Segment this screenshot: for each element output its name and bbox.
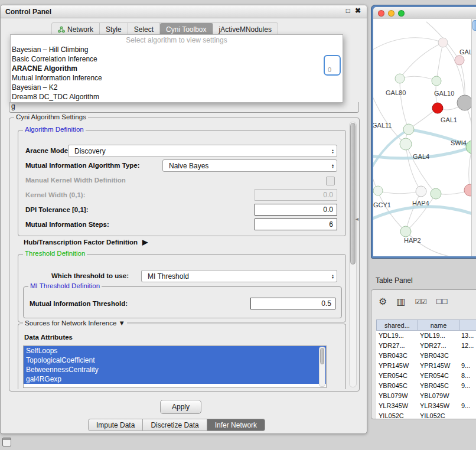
which-threshold-select[interactable]: MI Threshold ▴▾ xyxy=(141,270,337,282)
expand-right-icon[interactable]: ▶ xyxy=(142,238,148,246)
gear-icon[interactable]: ⚙ xyxy=(379,296,387,307)
network-window-titlebar[interactable] xyxy=(373,7,476,19)
network-node[interactable] xyxy=(400,138,412,150)
network-node[interactable] xyxy=(400,226,411,237)
network-node-label: GAL11 xyxy=(373,122,392,129)
dpi-tolerance-field[interactable]: 0.0 xyxy=(255,204,337,216)
tab-label: Select xyxy=(134,25,154,34)
network-node[interactable] xyxy=(395,74,405,83)
table-row[interactable]: YBR045CYBR045C9... xyxy=(376,381,476,391)
bottom-tab-discretize-data[interactable]: Discretize Data xyxy=(143,419,207,431)
tab-label: jActiveMNodules xyxy=(219,25,272,34)
panel-collapse-icon[interactable]: ◂ xyxy=(356,216,358,222)
table-header-row: shared...name xyxy=(376,319,476,331)
table-row[interactable]: YPR145WYPR145W9... xyxy=(376,361,476,371)
network-node[interactable] xyxy=(432,103,443,113)
network-node[interactable] xyxy=(457,95,472,110)
minimized-window-icon[interactable] xyxy=(2,438,11,446)
sources-legend: Sources for Network Inference ▼ xyxy=(23,319,127,327)
table-cell: YLR345W xyxy=(418,401,459,411)
manual-kernel-width-label: Manual Kernel Width Definition xyxy=(25,177,126,184)
apply-button[interactable]: Apply xyxy=(160,400,201,414)
mi-steps-field[interactable]: 6 xyxy=(255,219,337,230)
network-canvas[interactable]: GAL8GAL80GAL10GAL1GAL11SWI4GAL4GCY1HAP4Y… xyxy=(373,19,476,256)
zoom-traffic-light[interactable] xyxy=(398,10,405,17)
table-cell: YBL079W xyxy=(418,391,459,401)
listbox-scrollbar[interactable] xyxy=(319,347,325,387)
close-traffic-light[interactable] xyxy=(378,10,384,17)
algorithm-option-dream8-dc-tdc-algorithm[interactable]: Dream8 DC_TDC Algorithm xyxy=(11,92,343,102)
network-node[interactable] xyxy=(373,186,383,195)
mi-threshold-definition-group: MI Threshold Definition Mutual Informati… xyxy=(23,286,342,318)
mi-threshold-field[interactable]: 0.5 xyxy=(250,298,335,309)
network-scrollbar-thumb[interactable] xyxy=(472,20,476,31)
cyni-algorithm-settings-group: Cyni Algorithm Settings Algorithm Defini… xyxy=(9,118,360,392)
table-row[interactable]: YDR27...YDR27...12... xyxy=(376,341,476,351)
table-row[interactable]: YBR043CYBR043C xyxy=(376,351,476,361)
table-row[interactable]: YLR345WYLR345W9... xyxy=(376,401,476,411)
network-node[interactable] xyxy=(438,38,448,47)
attribute-item-selfloops[interactable]: SelfLoops xyxy=(24,346,326,356)
hub-transcription-factor-section[interactable]: Hub/Transcription Factor Definition ▶ xyxy=(24,238,148,246)
algorithm-option-bayesian-k2[interactable]: Bayesian – K2 xyxy=(11,83,343,92)
network-graph[interactable]: GAL8GAL80GAL10GAL1GAL11SWI4GAL4GCY1HAP4Y… xyxy=(373,19,472,256)
column-header-name[interactable]: name xyxy=(418,319,459,331)
column-browser-icon[interactable]: ▥ xyxy=(396,296,405,307)
kernel-width-label: Kernel Width (0,1): xyxy=(25,191,85,198)
network-node[interactable] xyxy=(431,188,441,199)
network-graph-holder: GAL8GAL80GAL10GAL1GAL11SWI4GAL4GCY1HAP4Y… xyxy=(373,19,476,256)
mi-algorithm-type-select[interactable]: Naive Bayes ▴▾ xyxy=(162,159,337,172)
network-node[interactable] xyxy=(416,186,426,197)
aracne-mode-select[interactable]: Discovery ▴▾ xyxy=(68,145,337,157)
table-toolbar: ⚙▥☑☑☐☐ xyxy=(379,296,448,307)
column-header-shared[interactable]: shared... xyxy=(376,319,418,331)
kernel-width-field[interactable]: 0.0 xyxy=(255,189,337,201)
bottom-tab-infer-network[interactable]: Infer Network xyxy=(207,419,265,431)
algorithm-option-bayesian-hill-climbing[interactable]: Bayesian – Hill Climbing xyxy=(11,45,343,54)
chevron-up-down-icon: ▴▾ xyxy=(332,149,334,154)
table-cell: 9... xyxy=(459,401,476,411)
network-edge xyxy=(373,167,406,231)
table-cell: 9... xyxy=(459,381,476,391)
algorithm-option-mutual-information-inference[interactable]: Mutual Information Inference xyxy=(11,73,343,83)
algorithm-option-aracne-algorithm[interactable]: ARACNE Algorithm xyxy=(11,64,343,73)
network-node[interactable] xyxy=(455,56,464,65)
chevron-up-down-icon: ▴▾ xyxy=(332,164,334,168)
float-window-icon[interactable]: □ xyxy=(346,6,350,15)
manual-kernel-width-checkbox[interactable] xyxy=(326,177,335,185)
attribute-item-topologicalcoefficient[interactable]: TopologicalCoefficient xyxy=(24,356,326,365)
focused-spinner-fragment[interactable]: 0 xyxy=(324,55,341,76)
network-node[interactable] xyxy=(403,124,414,135)
control-panel-titlebar[interactable]: Control Panel □ ✖ xyxy=(1,5,367,18)
network-node-label: GCY1 xyxy=(373,201,391,208)
select-all-columns-icon[interactable]: ☑☑ xyxy=(415,298,426,306)
settings-scrollbar-thumb[interactable] xyxy=(350,123,356,265)
network-node[interactable] xyxy=(432,76,441,86)
network-vertical-scrollbar[interactable] xyxy=(471,19,476,256)
listbox-scrollbar-thumb[interactable] xyxy=(320,348,324,364)
column-header-col2[interactable] xyxy=(459,319,476,331)
table-row[interactable]: YIL052CYIL052C xyxy=(376,411,476,419)
settings-scrollbar[interactable] xyxy=(349,122,357,387)
table-cell: YDR27... xyxy=(418,341,459,351)
attribute-item-betweennesscentrality[interactable]: BetweennessCentrality xyxy=(24,365,326,374)
algorithm-option-basic-correlation-inference[interactable]: Basic Correlation Inference xyxy=(11,54,343,64)
tab-label: Cyni Toolbox xyxy=(166,25,206,34)
collapse-down-icon[interactable]: ▼ xyxy=(119,319,125,327)
table-row[interactable]: YER054CYER054C8... xyxy=(376,371,476,381)
deselect-all-columns-icon[interactable]: ☐☐ xyxy=(436,298,448,306)
close-window-icon[interactable]: ✖ xyxy=(355,6,361,15)
table-cell: YBR045C xyxy=(418,381,459,391)
bottom-tab-bar: Impute DataDiscretize DataInfer Network xyxy=(88,419,265,431)
table-row[interactable]: YBL079WYBL079W xyxy=(376,391,476,401)
bottom-tab-impute-data[interactable]: Impute Data xyxy=(88,419,143,431)
minimize-traffic-light[interactable] xyxy=(388,10,395,17)
attribute-item-gal4rgexp[interactable]: gal4RGexp xyxy=(24,374,326,384)
data-attributes-listbox[interactable]: SelfLoopsTopologicalCoefficientBetweenne… xyxy=(23,345,327,388)
mi-steps-label: Mutual Information Steps: xyxy=(25,221,109,228)
network-node-label: GAL80 xyxy=(386,89,406,96)
table-row[interactable]: YDL19...YDL19...13... xyxy=(376,331,476,341)
table-cell: YPR145W xyxy=(418,361,459,371)
algorithm-definition-legend: Algorithm Definition xyxy=(23,126,86,133)
control-panel-title: Control Panel xyxy=(5,8,51,16)
